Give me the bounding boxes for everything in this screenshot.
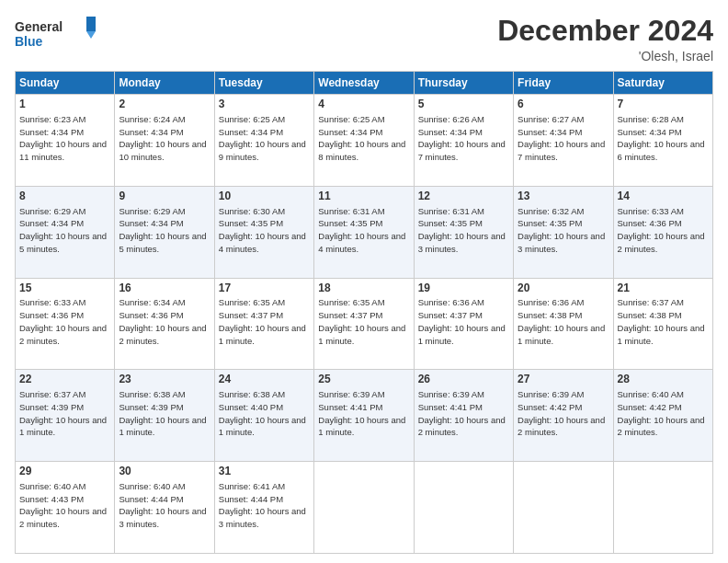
day-info: Sunrise: 6:38 AMSunset: 4:39 PMDaylight:… xyxy=(119,389,206,437)
day-number: 18 xyxy=(318,282,409,296)
table-row xyxy=(613,462,712,554)
table-row: 8 Sunrise: 6:29 AMSunset: 4:34 PMDayligh… xyxy=(16,186,115,278)
table-row: 24 Sunrise: 6:38 AMSunset: 4:40 PMDaylig… xyxy=(214,370,313,462)
table-row: 31 Sunrise: 6:41 AMSunset: 4:44 PMDaylig… xyxy=(214,462,313,554)
day-info: Sunrise: 6:25 AMSunset: 4:34 PMDaylight:… xyxy=(219,114,306,162)
title-block: December 2024 'Olesh, Israel xyxy=(497,15,713,63)
table-row: 21 Sunrise: 6:37 AMSunset: 4:38 PMDaylig… xyxy=(613,278,712,370)
calendar-week-2: 8 Sunrise: 6:29 AMSunset: 4:34 PMDayligh… xyxy=(16,186,713,278)
day-number: 17 xyxy=(219,282,310,296)
day-info: Sunrise: 6:26 AMSunset: 4:34 PMDaylight:… xyxy=(418,114,506,162)
col-monday: Monday xyxy=(115,72,214,95)
day-info: Sunrise: 6:23 AMSunset: 4:34 PMDaylight:… xyxy=(19,114,107,162)
day-info: Sunrise: 6:32 AMSunset: 4:35 PMDaylight:… xyxy=(518,206,605,254)
day-number: 21 xyxy=(618,282,709,296)
table-row: 29 Sunrise: 6:40 AMSunset: 4:43 PMDaylig… xyxy=(16,462,115,554)
svg-text:Blue: Blue xyxy=(15,34,43,49)
day-info: Sunrise: 6:38 AMSunset: 4:40 PMDaylight:… xyxy=(219,389,306,437)
svg-marker-2 xyxy=(86,17,96,31)
day-number: 16 xyxy=(119,282,210,296)
day-info: Sunrise: 6:29 AMSunset: 4:34 PMDaylight:… xyxy=(119,206,206,254)
day-number: 19 xyxy=(418,282,509,296)
table-row: 11 Sunrise: 6:31 AMSunset: 4:35 PMDaylig… xyxy=(314,186,414,278)
day-info: Sunrise: 6:39 AMSunset: 4:41 PMDaylight:… xyxy=(318,389,405,437)
day-info: Sunrise: 6:41 AMSunset: 4:44 PMDaylight:… xyxy=(219,481,306,529)
day-number: 3 xyxy=(219,98,310,112)
logo-svg: General Blue xyxy=(15,15,97,52)
day-info: Sunrise: 6:35 AMSunset: 4:37 PMDaylight:… xyxy=(219,297,306,345)
table-row: 12 Sunrise: 6:31 AMSunset: 4:35 PMDaylig… xyxy=(414,186,513,278)
day-info: Sunrise: 6:28 AMSunset: 4:34 PMDaylight:… xyxy=(618,114,705,162)
day-number: 1 xyxy=(19,98,110,112)
day-info: Sunrise: 6:29 AMSunset: 4:34 PMDaylight:… xyxy=(19,206,107,254)
day-number: 22 xyxy=(19,373,110,387)
day-number: 9 xyxy=(119,190,210,204)
table-row: 19 Sunrise: 6:36 AMSunset: 4:37 PMDaylig… xyxy=(414,278,513,370)
table-row: 5 Sunrise: 6:26 AMSunset: 4:34 PMDayligh… xyxy=(414,95,513,187)
calendar-header-row: Sunday Monday Tuesday Wednesday Thursday… xyxy=(16,72,713,95)
table-row xyxy=(414,462,513,554)
day-info: Sunrise: 6:31 AMSunset: 4:35 PMDaylight:… xyxy=(318,206,405,254)
table-row: 9 Sunrise: 6:29 AMSunset: 4:34 PMDayligh… xyxy=(115,186,214,278)
table-row: 20 Sunrise: 6:36 AMSunset: 4:38 PMDaylig… xyxy=(514,278,613,370)
day-number: 2 xyxy=(119,98,210,112)
day-number: 26 xyxy=(418,373,509,387)
calendar-week-5: 29 Sunrise: 6:40 AMSunset: 4:43 PMDaylig… xyxy=(16,462,713,554)
day-number: 7 xyxy=(618,98,709,112)
day-info: Sunrise: 6:37 AMSunset: 4:38 PMDaylight:… xyxy=(618,297,705,345)
day-number: 4 xyxy=(318,98,409,112)
day-number: 10 xyxy=(219,190,310,204)
logo: General Blue xyxy=(15,15,97,52)
table-row: 22 Sunrise: 6:37 AMSunset: 4:39 PMDaylig… xyxy=(16,370,115,462)
table-row: 10 Sunrise: 6:30 AMSunset: 4:35 PMDaylig… xyxy=(214,186,313,278)
day-number: 27 xyxy=(518,373,609,387)
table-row: 17 Sunrise: 6:35 AMSunset: 4:37 PMDaylig… xyxy=(214,278,313,370)
day-number: 12 xyxy=(418,190,509,204)
day-info: Sunrise: 6:30 AMSunset: 4:35 PMDaylight:… xyxy=(219,206,306,254)
day-number: 30 xyxy=(119,465,210,479)
day-number: 29 xyxy=(19,465,110,479)
calendar-table: Sunday Monday Tuesday Wednesday Thursday… xyxy=(15,71,713,554)
day-info: Sunrise: 6:37 AMSunset: 4:39 PMDaylight:… xyxy=(19,389,107,437)
table-row: 6 Sunrise: 6:27 AMSunset: 4:34 PMDayligh… xyxy=(514,95,613,187)
day-info: Sunrise: 6:34 AMSunset: 4:36 PMDaylight:… xyxy=(119,297,206,345)
col-friday: Friday xyxy=(514,72,613,95)
table-row: 3 Sunrise: 6:25 AMSunset: 4:34 PMDayligh… xyxy=(214,95,313,187)
day-info: Sunrise: 6:24 AMSunset: 4:34 PMDaylight:… xyxy=(119,114,206,162)
table-row: 30 Sunrise: 6:40 AMSunset: 4:44 PMDaylig… xyxy=(115,462,214,554)
day-number: 31 xyxy=(219,465,310,479)
day-info: Sunrise: 6:39 AMSunset: 4:42 PMDaylight:… xyxy=(518,389,605,437)
table-row: 1 Sunrise: 6:23 AMSunset: 4:34 PMDayligh… xyxy=(16,95,115,187)
day-info: Sunrise: 6:33 AMSunset: 4:36 PMDaylight:… xyxy=(618,206,705,254)
table-row: 25 Sunrise: 6:39 AMSunset: 4:41 PMDaylig… xyxy=(314,370,414,462)
day-info: Sunrise: 6:40 AMSunset: 4:42 PMDaylight:… xyxy=(618,389,705,437)
table-row: 7 Sunrise: 6:28 AMSunset: 4:34 PMDayligh… xyxy=(613,95,712,187)
day-number: 25 xyxy=(318,373,409,387)
day-info: Sunrise: 6:40 AMSunset: 4:43 PMDaylight:… xyxy=(19,481,107,529)
table-row: 23 Sunrise: 6:38 AMSunset: 4:39 PMDaylig… xyxy=(115,370,214,462)
calendar-week-3: 15 Sunrise: 6:33 AMSunset: 4:36 PMDaylig… xyxy=(16,278,713,370)
table-row: 28 Sunrise: 6:40 AMSunset: 4:42 PMDaylig… xyxy=(613,370,712,462)
day-number: 23 xyxy=(119,373,210,387)
day-number: 8 xyxy=(19,190,110,204)
calendar-week-1: 1 Sunrise: 6:23 AMSunset: 4:34 PMDayligh… xyxy=(16,95,713,187)
day-number: 28 xyxy=(618,373,709,387)
location: 'Olesh, Israel xyxy=(497,49,713,63)
col-sunday: Sunday xyxy=(16,72,115,95)
day-number: 20 xyxy=(518,282,609,296)
table-row: 13 Sunrise: 6:32 AMSunset: 4:35 PMDaylig… xyxy=(514,186,613,278)
month-title: December 2024 xyxy=(497,15,713,47)
table-row: 15 Sunrise: 6:33 AMSunset: 4:36 PMDaylig… xyxy=(16,278,115,370)
table-row: 18 Sunrise: 6:35 AMSunset: 4:37 PMDaylig… xyxy=(314,278,414,370)
table-row: 14 Sunrise: 6:33 AMSunset: 4:36 PMDaylig… xyxy=(613,186,712,278)
day-info: Sunrise: 6:36 AMSunset: 4:38 PMDaylight:… xyxy=(518,297,605,345)
day-number: 15 xyxy=(19,282,110,296)
svg-text:General: General xyxy=(15,19,63,34)
col-wednesday: Wednesday xyxy=(314,72,414,95)
day-number: 24 xyxy=(219,373,310,387)
table-row xyxy=(314,462,414,554)
table-row xyxy=(514,462,613,554)
day-info: Sunrise: 6:36 AMSunset: 4:37 PMDaylight:… xyxy=(418,297,506,345)
day-info: Sunrise: 6:35 AMSunset: 4:37 PMDaylight:… xyxy=(318,297,405,345)
day-info: Sunrise: 6:39 AMSunset: 4:41 PMDaylight:… xyxy=(418,389,506,437)
